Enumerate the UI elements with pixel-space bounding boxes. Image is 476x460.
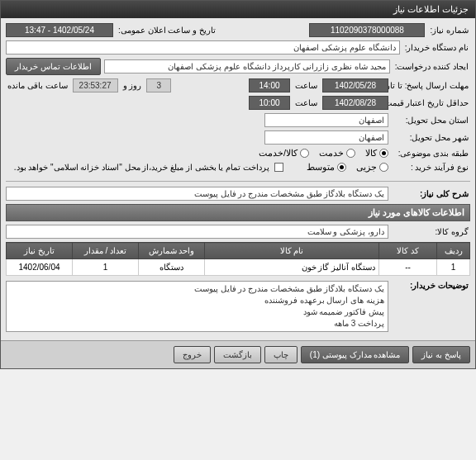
- province-value: اصفهان: [264, 113, 388, 127]
- th-qty: تعداد / مقدار: [73, 243, 139, 259]
- city-label: شهر محل تحویل:: [392, 133, 470, 142]
- th-date: تاریخ نیاز: [7, 243, 73, 259]
- validity-date: 1402/08/28: [322, 96, 388, 110]
- print-button[interactable]: چاپ: [264, 346, 298, 363]
- radio-icon: [300, 149, 309, 158]
- category-label: طبقه بندی موضوعی:: [392, 149, 470, 158]
- deadline-label: مهلت ارسال پاسخ: تا تاریخ:: [392, 81, 470, 90]
- radio-icon: [346, 149, 355, 158]
- th-row: ردیف: [437, 243, 470, 259]
- payment-note: پرداخت تمام یا بخشی از مبلغ خرید،از محل …: [12, 163, 271, 172]
- cell-unit: دستگاه: [139, 259, 205, 276]
- goods-group-value: دارو، پزشکی و سلامت: [6, 225, 388, 239]
- back-button[interactable]: بازگشت: [214, 346, 261, 363]
- process-radio-group: جزیی متوسط: [307, 162, 388, 173]
- notes-label: توضیحات خریدار:: [392, 281, 470, 290]
- radio-goods[interactable]: کالا: [365, 148, 388, 159]
- day-and-label: روز و: [121, 81, 144, 90]
- contact-info-button[interactable]: اطلاعات تماس خریدار: [6, 58, 101, 75]
- details-window: جزئیات اطلاعات نیاز شماره نیاز: 11020903…: [0, 0, 476, 369]
- treasury-checkbox[interactable]: [274, 163, 283, 172]
- remaining-label: ساعت باقی مانده: [6, 81, 69, 90]
- summary-value: یک دستگاه بلادگاز طبق مشخصات مندرج در فا…: [6, 187, 388, 201]
- cell-name: دستگاه آنالیز گاز خون: [205, 259, 379, 276]
- th-code: کد کالا: [379, 243, 437, 259]
- radio-small[interactable]: جزیی: [356, 162, 388, 173]
- cell-row: 1: [437, 259, 470, 276]
- announce-label: تاریخ و ساعت اعلان عمومی:: [117, 26, 217, 35]
- title-bar: جزئیات اطلاعات نیاز: [1, 1, 475, 18]
- city-value: اصفهان: [264, 130, 388, 145]
- deadline-date: 1402/05/28: [322, 78, 388, 92]
- cell-code: --: [379, 259, 437, 276]
- window-title: جزئیات اطلاعات نیاز: [393, 4, 469, 15]
- attachments-button[interactable]: مشاهده مدارک پیوستی (1): [301, 346, 410, 363]
- goods-section-header: اطلاعات کالاهای مورد نیاز: [6, 204, 470, 221]
- time-label-2: ساعت: [293, 98, 319, 107]
- summary-label: شرح کلی نیاز:: [392, 189, 470, 198]
- radio-service[interactable]: خدمت: [319, 148, 355, 159]
- org-value: دانشگاه علوم پزشکی اصفهان: [6, 40, 400, 55]
- radio-icon: [337, 163, 346, 172]
- form-content: شماره نیاز: 1102090378000088 تاریخ و ساع…: [1, 18, 475, 340]
- need-number-value: 1102090378000088: [309, 23, 425, 37]
- process-label: نوع فرآیند خرید :: [392, 163, 470, 172]
- radio-icon: [379, 163, 388, 172]
- creator-label: ایجاد کننده درخواست:: [393, 62, 470, 71]
- days-remaining: 3: [146, 78, 171, 92]
- th-name: نام کالا: [205, 243, 379, 259]
- goods-table: ردیف کد کالا نام کالا واحد شمارش تعداد /…: [6, 242, 470, 276]
- footer-buttons: پاسخ به نیاز مشاهده مدارک پیوستی (1) چاپ…: [1, 340, 475, 368]
- time-label-1: ساعت: [293, 81, 319, 90]
- need-number-label: شماره نیاز:: [428, 26, 470, 35]
- category-radio-group: کالا خدمت کالا/خدمت: [259, 148, 388, 159]
- radio-icon: [379, 149, 388, 158]
- deadline-time: 14:00: [249, 78, 290, 92]
- validity-label: حداقل تاریخ اعتبار قیمت: تا تاریخ:: [392, 98, 470, 107]
- radio-both[interactable]: کالا/خدمت: [259, 148, 309, 159]
- cell-qty: 1: [73, 259, 139, 276]
- notes-value: یک دستگاه بلادگاز طبق مشخصات مندرج در فا…: [6, 281, 388, 332]
- radio-medium[interactable]: متوسط: [307, 162, 346, 173]
- province-label: استان محل تحویل:: [392, 116, 470, 125]
- validity-time: 10:00: [249, 96, 290, 110]
- exit-button[interactable]: خروج: [174, 346, 211, 363]
- table-row[interactable]: 1 -- دستگاه آنالیز گاز خون دستگاه 1 1402…: [7, 259, 470, 276]
- th-unit: واحد شمارش: [139, 243, 205, 259]
- announce-value: 1402/05/24 - 13:47: [6, 23, 113, 37]
- table-header-row: ردیف کد کالا نام کالا واحد شمارش تعداد /…: [7, 243, 470, 259]
- goods-group-label: گروه کالا:: [392, 227, 470, 236]
- respond-button[interactable]: پاسخ به نیاز: [412, 346, 470, 363]
- cell-date: 1402/06/04: [7, 259, 73, 276]
- creator-value: مجید شاه نظری زازرانی کارپرداز دانشگاه ع…: [104, 59, 390, 74]
- org-label: نام دستگاه خریدار:: [403, 43, 470, 52]
- countdown-value: 23:53:27: [73, 78, 118, 92]
